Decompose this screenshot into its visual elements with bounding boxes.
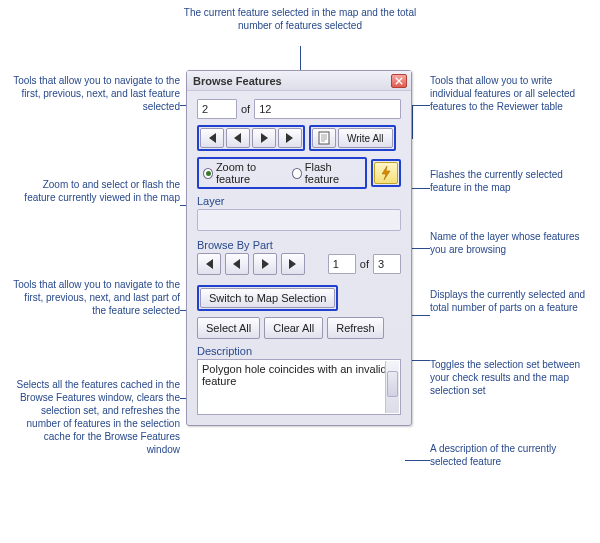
- last-icon: [287, 259, 299, 269]
- annot-parts: Displays the currently selected and tota…: [430, 288, 590, 314]
- feature-nav-row: Write All: [197, 125, 401, 151]
- prev-part-button[interactable]: [225, 253, 249, 275]
- zoom-radio[interactable]: Zoom to feature: [203, 161, 284, 185]
- annot-write: Tools that allow you to write individual…: [430, 74, 590, 113]
- layer-field: [197, 209, 401, 231]
- write-all-button[interactable]: Write All: [338, 128, 393, 148]
- document-icon: [317, 131, 331, 145]
- connector: [412, 105, 430, 106]
- of-label: of: [241, 103, 250, 115]
- annot-desc: A description of the currently selected …: [430, 442, 590, 468]
- annot-layer: Name of the layer whose features you are…: [430, 230, 590, 256]
- first-icon: [203, 259, 215, 269]
- close-button[interactable]: [391, 74, 407, 88]
- scrollbar-thumb[interactable]: [387, 371, 398, 397]
- annot-nav-part: Tools that allow you to navigate to the …: [10, 278, 180, 317]
- prev-feature-button[interactable]: [226, 128, 250, 148]
- description-label: Description: [197, 345, 401, 357]
- description-text: Polygon hole coincides with an invalid f…: [202, 363, 387, 387]
- flash-feature-button[interactable]: [374, 162, 398, 184]
- connector: [300, 46, 301, 70]
- layer-label: Layer: [197, 195, 401, 207]
- first-feature-button[interactable]: [200, 128, 224, 148]
- switch-selection-button[interactable]: Switch to Map Selection: [200, 288, 335, 308]
- feature-index-row: 2 of 12: [197, 99, 401, 119]
- feature-nav-group: [197, 125, 305, 151]
- svg-rect-0: [319, 132, 329, 144]
- annot-switch: Toggles the selection set between your c…: [430, 358, 590, 397]
- cache-ops-row: Select All Clear All Refresh: [197, 317, 401, 339]
- description-field[interactable]: Polygon hole coincides with an invalid f…: [197, 359, 401, 415]
- annot-zoom-flash: Zoom to and select or flash the feature …: [10, 178, 180, 204]
- annot-zap: Flashes the currently selected feature i…: [430, 168, 590, 194]
- clear-all-button[interactable]: Clear All: [264, 317, 323, 339]
- current-index-field[interactable]: 2: [197, 99, 237, 119]
- prev-icon: [232, 133, 244, 143]
- flash-radio-label: Flash feature: [305, 161, 361, 185]
- browse-features-dialog: Browse Features 2 of 12 Write All: [186, 70, 412, 426]
- radio-on-icon: [203, 168, 213, 179]
- annot-top: The current feature selected in the map …: [180, 6, 420, 32]
- refresh-button[interactable]: Refresh: [327, 317, 384, 339]
- radio-off-icon: [292, 168, 302, 179]
- next-icon: [259, 259, 271, 269]
- connector: [412, 105, 413, 139]
- zoom-radio-label: Zoom to feature: [216, 161, 284, 185]
- lightning-icon: [380, 166, 392, 180]
- write-feature-button[interactable]: [312, 128, 336, 148]
- zap-group: [371, 159, 401, 187]
- last-icon: [284, 133, 296, 143]
- titlebar: Browse Features: [187, 71, 411, 91]
- part-nav-row: 1 of 3: [197, 253, 401, 275]
- next-part-button[interactable]: [253, 253, 277, 275]
- close-icon: [395, 77, 403, 85]
- annot-cache-ops: Selects all the features cached in the B…: [10, 378, 180, 456]
- prev-icon: [231, 259, 243, 269]
- first-part-button[interactable]: [197, 253, 221, 275]
- dialog-title: Browse Features: [193, 75, 391, 87]
- last-part-button[interactable]: [281, 253, 305, 275]
- connector: [405, 460, 430, 461]
- description-scrollbar[interactable]: [385, 361, 399, 413]
- radio-group: Zoom to feature Flash feature: [197, 157, 367, 189]
- part-total-field: 3: [373, 254, 401, 274]
- browse-by-part-label: Browse By Part: [197, 239, 401, 251]
- part-of-label: of: [360, 258, 369, 270]
- view-mode-row: Zoom to feature Flash feature: [197, 157, 401, 189]
- write-group: Write All: [309, 125, 396, 151]
- next-icon: [258, 133, 270, 143]
- next-feature-button[interactable]: [252, 128, 276, 148]
- first-icon: [206, 133, 218, 143]
- total-field: 12: [254, 99, 401, 119]
- flash-radio[interactable]: Flash feature: [292, 161, 361, 185]
- switch-group: Switch to Map Selection: [197, 285, 338, 311]
- part-index-field[interactable]: 1: [328, 254, 356, 274]
- switch-row: Switch to Map Selection: [197, 285, 401, 311]
- last-feature-button[interactable]: [278, 128, 302, 148]
- dialog-body: 2 of 12 Write All Zoom: [187, 91, 411, 425]
- select-all-button[interactable]: Select All: [197, 317, 260, 339]
- annot-nav-feature: Tools that allow you to navigate to the …: [10, 74, 180, 113]
